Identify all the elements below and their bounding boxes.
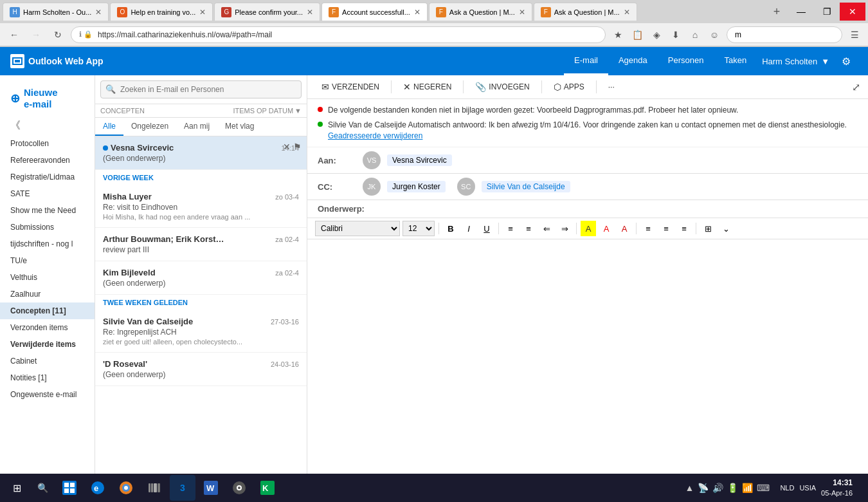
taskbar-app-kaspersky[interactable]: K bbox=[255, 475, 280, 501]
sidebar-item-show-me-the-need[interactable]: Show me the Need bbox=[0, 202, 95, 219]
search-input[interactable] bbox=[100, 80, 302, 98]
close-button[interactable]: ✕ bbox=[840, 3, 865, 21]
send-button[interactable]: ✉ VERZENDEN bbox=[315, 79, 386, 95]
new-tab-button[interactable]: + bbox=[768, 3, 786, 21]
taskbar-app-settings[interactable] bbox=[226, 475, 252, 501]
start-button[interactable]: ⊞ bbox=[5, 476, 28, 499]
sidebar-item-notities--1-[interactable]: Notities [1] bbox=[0, 369, 95, 386]
tray-battery-icon[interactable]: 🔋 bbox=[727, 483, 738, 493]
sidebar-item-sate[interactable]: SATE bbox=[0, 185, 95, 202]
insert-button[interactable]: 📎 INVOEGEN bbox=[469, 79, 536, 95]
system-clock[interactable]: 14:31 05-Apr-16 bbox=[821, 478, 853, 498]
home-icon[interactable]: ⌂ bbox=[687, 26, 703, 43]
taskbar-app-3[interactable]: 3 bbox=[170, 475, 195, 501]
sidebar-item-registratie-lidmaa[interactable]: Registratie/Lidmaa bbox=[0, 169, 95, 185]
taskbar-search-button[interactable]: 🔍 bbox=[31, 476, 54, 499]
email-filter-tab-aan-mij[interactable]: Aan mij bbox=[176, 118, 217, 136]
indent-increase-button[interactable]: ⇒ bbox=[557, 221, 572, 236]
sidebar-item-ongewenste-e-mail[interactable]: Ongewenste e-mail bbox=[0, 386, 95, 403]
to-recipient[interactable]: Vesna Svircevic bbox=[387, 154, 452, 166]
ignore-button[interactable]: ✕ NEGEREN bbox=[397, 79, 458, 95]
sidebar-item-protocollen[interactable]: Protocollen bbox=[0, 135, 95, 152]
reading-list-icon[interactable]: 📋 bbox=[629, 26, 646, 43]
font-size-select[interactable]: 891011121416 bbox=[402, 221, 435, 236]
browser-tab-3[interactable]: G Please confirm your... ✕ bbox=[214, 3, 320, 21]
compose-expand-icon[interactable]: ⤢ bbox=[852, 81, 860, 93]
browser-tab-2[interactable]: O Help en training vo... ✕ bbox=[110, 3, 213, 21]
sidebar-item-refereeravonden[interactable]: Refereeravonden bbox=[0, 152, 95, 169]
sidebar-item-velthuis[interactable]: Velthuis bbox=[0, 269, 95, 286]
email-filter-tab-alle[interactable]: Alle bbox=[95, 118, 123, 136]
email-item-0[interactable]: Vesna Svircevic 14:14 ✕⚑ (Geen onderwerp… bbox=[95, 136, 307, 170]
tab-close-icon[interactable]: ✕ bbox=[519, 8, 525, 17]
refresh-button[interactable]: ↻ bbox=[49, 26, 67, 44]
tray-wifi-icon[interactable]: 📶 bbox=[742, 483, 753, 493]
sidebar-collapse-button[interactable]: 《 bbox=[0, 116, 95, 135]
tab-close-icon[interactable]: ✕ bbox=[307, 8, 313, 17]
browser-tab-1[interactable]: H Harm Scholten - Ou... ✕ bbox=[3, 3, 109, 21]
email-item-3[interactable]: Kim Bijleveld za 02-4 (Geen onderwerp) bbox=[95, 261, 307, 295]
address-bar[interactable]: ℹ 🔒 https://mail.catharinaziekenhuis.nl/… bbox=[71, 26, 606, 43]
email-filter-tab-met-vlag[interactable]: Met vlag bbox=[217, 118, 262, 136]
sort-dropdown-icon[interactable]: ▼ bbox=[294, 107, 302, 115]
download-icon[interactable]: ⬇ bbox=[667, 26, 684, 43]
owa-nav-agenda[interactable]: Agenda bbox=[608, 47, 658, 75]
bookmark-icon[interactable]: ★ bbox=[610, 26, 626, 43]
sidebar-item-cabinet[interactable]: Cabinet bbox=[0, 353, 95, 369]
bold-button[interactable]: B bbox=[443, 221, 458, 236]
notification-area-expand[interactable] bbox=[858, 485, 863, 490]
table-button[interactable]: ⊞ bbox=[700, 221, 716, 236]
delete-email-icon[interactable]: ✕ bbox=[283, 142, 291, 152]
owa-nav-personen[interactable]: Personen bbox=[658, 47, 714, 75]
flag-email-icon[interactable]: ⚑ bbox=[293, 142, 302, 152]
email-item-5[interactable]: 'D Roseval' 24-03-16 (Geen onderwerp) bbox=[95, 353, 307, 386]
underline-button[interactable]: U bbox=[479, 221, 494, 236]
sidebar-item-tijdschriften---nog-l[interactable]: tijdschriften - nog l bbox=[0, 236, 95, 252]
taskbar-app-library[interactable] bbox=[141, 475, 167, 501]
email-item-2[interactable]: Arthur Bouwman; Erik Korst… za 02-4 revi… bbox=[95, 228, 307, 261]
sidebar-item-concepten--11-[interactable]: Concepten [11] bbox=[0, 302, 95, 319]
pocket-icon[interactable]: ◈ bbox=[648, 26, 665, 43]
owa-settings-icon[interactable]: ⚙ bbox=[835, 47, 858, 75]
taskbar-app-firefox[interactable] bbox=[113, 475, 139, 501]
align-left-button[interactable]: ≡ bbox=[640, 221, 656, 236]
unordered-list-button[interactable]: ≡ bbox=[503, 221, 518, 236]
sidebar-item-zaalhuur[interactable]: Zaalhuur bbox=[0, 286, 95, 302]
owa-nav-taken[interactable]: Taken bbox=[714, 47, 757, 75]
text-color-button[interactable]: A bbox=[599, 221, 614, 236]
tab-close-icon[interactable]: ✕ bbox=[95, 8, 102, 17]
more-format-button[interactable]: ⌄ bbox=[718, 221, 734, 236]
sidebar-item-tu-e[interactable]: TU/e bbox=[0, 252, 95, 269]
ordered-list-button[interactable]: ≡ bbox=[521, 221, 536, 236]
tray-network-icon[interactable]: 📡 bbox=[698, 483, 709, 493]
user-icon[interactable]: ☺ bbox=[706, 26, 723, 43]
browser-tab-4[interactable]: F Account successfull... ✕ bbox=[321, 3, 428, 21]
sidebar-item-verzonden-items[interactable]: Verzonden items bbox=[0, 319, 95, 336]
tray-keyboard-icon[interactable]: ⌨ bbox=[757, 483, 770, 493]
tab-close-icon[interactable]: ✕ bbox=[624, 8, 630, 17]
sidebar-item-submissions[interactable]: Submissions bbox=[0, 219, 95, 236]
align-right-button[interactable]: ≡ bbox=[676, 221, 692, 236]
back-button[interactable]: ← bbox=[5, 26, 23, 44]
font-family-select[interactable]: Calibri Arial Times New Roman bbox=[315, 221, 400, 236]
new-email-button[interactable]: ⊕ Nieuwe e-mail bbox=[0, 80, 95, 116]
tab-close-icon[interactable]: ✕ bbox=[414, 8, 420, 17]
sidebar-item-verwijderde-items[interactable]: Verwijderde items bbox=[0, 336, 95, 353]
italic-button[interactable]: I bbox=[461, 221, 476, 236]
forward-button[interactable]: → bbox=[27, 26, 45, 44]
tray-sound-icon[interactable]: 🔊 bbox=[712, 483, 723, 493]
indent-decrease-button[interactable]: ⇐ bbox=[539, 221, 554, 236]
taskbar-app-word[interactable]: W bbox=[198, 475, 224, 501]
browser-tab-5[interactable]: F Ask a Question | M... ✕ bbox=[429, 3, 532, 21]
email-filter-tab-ongelezen[interactable]: Ongelezen bbox=[123, 118, 176, 136]
apps-button[interactable]: ⬡ APPS bbox=[547, 79, 591, 95]
cc-recipient-2[interactable]: Silvie Van de Calseijde bbox=[482, 181, 570, 192]
browser-search-bar[interactable]: m bbox=[727, 26, 842, 43]
owa-user[interactable]: Harm Scholten ▼ bbox=[757, 57, 835, 66]
email-item-1[interactable]: Misha Luyer zo 03-4 Re: visit to Eindhov… bbox=[95, 185, 307, 228]
minimize-button[interactable]: — bbox=[788, 3, 814, 21]
tab-close-icon[interactable]: ✕ bbox=[199, 8, 206, 17]
clear-format-button[interactable]: A bbox=[617, 221, 632, 236]
align-center-button[interactable]: ≡ bbox=[658, 221, 674, 236]
cc-recipient-1[interactable]: Jurgen Koster bbox=[387, 181, 446, 192]
